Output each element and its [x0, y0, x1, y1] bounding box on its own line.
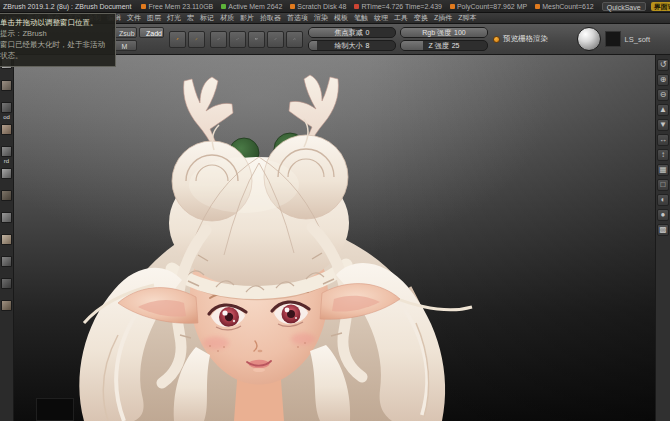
menu-texture[interactable]: 纹理 — [374, 13, 388, 23]
brush-mode-button[interactable] — [188, 31, 205, 48]
stat-label: RTime=4.726 Time=2.439 — [361, 3, 442, 10]
menu-zscript[interactable]: Z脚本 — [458, 13, 476, 23]
brush-icon — [195, 33, 198, 45]
brush-thumbnail-icon[interactable] — [1, 146, 12, 157]
rgb-intensity-slider[interactable]: Rgb 强度100 — [400, 27, 488, 38]
menu-transform[interactable]: 变换 — [414, 13, 428, 23]
alpha-thumbnail-icon[interactable] — [1, 168, 12, 179]
tray-item[interactable] — [1, 278, 12, 296]
tray-item[interactable] — [1, 300, 12, 318]
tray-item[interactable] — [1, 80, 12, 98]
menu-preferences[interactable]: 首选项 — [287, 13, 308, 23]
tray-item[interactable]: rd — [1, 146, 12, 164]
slider-value: 100 — [454, 29, 466, 36]
texture-thumbnail-icon[interactable] — [1, 234, 12, 245]
tray-item[interactable] — [1, 234, 12, 252]
tray-item[interactable] — [1, 212, 12, 230]
window-title: ZBrush 2019.1.2 (8u) : ZBrush Document — [3, 3, 131, 10]
stat-label: PolyCount=87.962 MP — [457, 3, 527, 10]
render-preview-icon[interactable]: ◐ — [657, 194, 669, 206]
frame-icon[interactable]: □ — [657, 179, 669, 191]
menu-zplugin[interactable]: Z插件 — [434, 13, 452, 23]
zoom-out-icon[interactable]: ⊖ — [657, 89, 669, 101]
pan-horizontal-icon[interactable]: ↔ — [657, 134, 669, 146]
z-intensity-slider[interactable]: Z 强度25 — [400, 40, 488, 51]
line-stroke-button[interactable] — [267, 31, 284, 48]
sculpt-character — [14, 55, 655, 421]
stat-label: Active Mem 2642 — [228, 3, 282, 10]
texture-thumbnail-icon[interactable] — [1, 212, 12, 223]
stat-render-time: RTime=4.726 Time=2.439 — [354, 3, 442, 10]
texture-thumbnail[interactable] — [605, 31, 621, 47]
menu-picker[interactable]: 拾取器 — [260, 13, 281, 23]
quicksave-button[interactable]: QuickSave — [602, 2, 646, 11]
slider-text: 焦点衰减0 — [309, 28, 395, 37]
status-dot — [290, 4, 295, 9]
sculpt-mode-group: Zsub Zadd M — [112, 27, 164, 51]
material-sphere-preview[interactable] — [577, 27, 601, 51]
menu-material[interactable]: 材质 — [220, 13, 234, 23]
menu-macro[interactable]: 宏 — [187, 13, 194, 23]
tray-item[interactable]: od — [1, 102, 12, 120]
stat-scratch-disk: Scratch Disk 48 — [290, 3, 346, 10]
stat-label: Scratch Disk 48 — [297, 3, 346, 10]
menu-light[interactable]: 灯光 — [167, 13, 181, 23]
right-tray: ↺ ⊕ ⊖ ▲ ▼ ↔ ↕ ▦ □ ◐ ● ▩ — [655, 55, 670, 421]
menu-marker[interactable]: 标记 — [200, 13, 214, 23]
curve-stroke-button[interactable] — [286, 31, 303, 48]
scroll-down-icon[interactable]: ▼ — [657, 119, 669, 131]
alpha-thumbnail-icon[interactable] — [1, 190, 12, 201]
left-blush — [203, 337, 229, 350]
floor-grid-icon[interactable]: ▦ — [657, 164, 669, 176]
zadd-button[interactable]: Zadd — [139, 27, 164, 38]
material-thumbnail-icon[interactable] — [1, 256, 12, 267]
tray-item[interactable] — [1, 124, 12, 142]
line-icon — [274, 33, 277, 45]
menu-stencil[interactable]: 模板 — [334, 13, 348, 23]
tray-item[interactable] — [1, 190, 12, 208]
rotate-canvas-icon[interactable]: ↺ — [657, 59, 669, 71]
pattern-icon[interactable]: ▩ — [657, 224, 669, 236]
zbrush-window: ZBrush 2019.1.2 (8u) : ZBrush Document F… — [0, 0, 670, 421]
menu-render[interactable]: 渲染 — [314, 13, 328, 23]
menu-stroke[interactable]: 笔触 — [354, 13, 368, 23]
tray-item-label: od — [3, 114, 10, 120]
stat-label: MeshCount=612 — [542, 3, 594, 10]
pen-mode-button[interactable] — [169, 31, 186, 48]
draw-size-slider[interactable]: 绘制大小8 — [308, 40, 396, 51]
menu-layer[interactable]: 图层 — [147, 13, 161, 23]
status-dot — [450, 4, 455, 9]
material-name: LS_soft — [625, 35, 650, 44]
tray-item[interactable] — [1, 256, 12, 274]
tray-item[interactable] — [1, 168, 12, 186]
stat-meshcount: MeshCount=612 — [535, 3, 594, 10]
brush-thumbnail-icon[interactable] — [1, 102, 12, 113]
zoom-in-icon[interactable]: ⊕ — [657, 74, 669, 86]
title-bar: ZBrush 2019.1.2 (8u) : ZBrush Document F… — [0, 0, 670, 13]
focal-shift-slider[interactable]: 焦点衰减0 — [308, 27, 396, 38]
brush-thumbnail-icon[interactable] — [1, 124, 12, 135]
freehand-stroke-button[interactable] — [210, 31, 227, 48]
pan-vertical-icon[interactable]: ↕ — [657, 149, 669, 161]
shelf-sliders: 焦点衰减0 Rgb 强度100 绘制大小8 Z 强度25 — [308, 27, 488, 51]
slider-label: Z 强度 — [428, 41, 448, 51]
material-thumbnail-icon[interactable] — [1, 300, 12, 311]
actual-size-icon[interactable]: ● — [657, 209, 669, 221]
menu-movie[interactable]: 影片 — [240, 13, 254, 23]
menu-file[interactable]: 文件 — [127, 13, 141, 23]
tooltip-line: 窗口已经最大化时，处于非活动状态。 — [0, 40, 110, 62]
stat-free-mem: Free Mem 23.110GB — [141, 3, 213, 10]
freehand-icon — [217, 33, 220, 45]
dots-stroke-button[interactable] — [229, 31, 246, 48]
material-thumbnail-icon[interactable] — [1, 278, 12, 289]
sculpt-viewport[interactable] — [14, 55, 655, 421]
render-preview-toggle[interactable]: 预览栅格渲染 — [493, 34, 548, 44]
slider-value: 8 — [366, 42, 370, 49]
slider-text: Rgb 强度100 — [401, 28, 487, 37]
rect-stroke-button[interactable] — [248, 31, 265, 48]
brush-thumbnail-icon[interactable] — [1, 80, 12, 91]
status-dot — [354, 4, 359, 9]
menu-tool[interactable]: 工具 — [394, 13, 408, 23]
scroll-up-icon[interactable]: ▲ — [657, 104, 669, 116]
language-switch-button[interactable]: 界面语言切换 — [651, 2, 670, 11]
